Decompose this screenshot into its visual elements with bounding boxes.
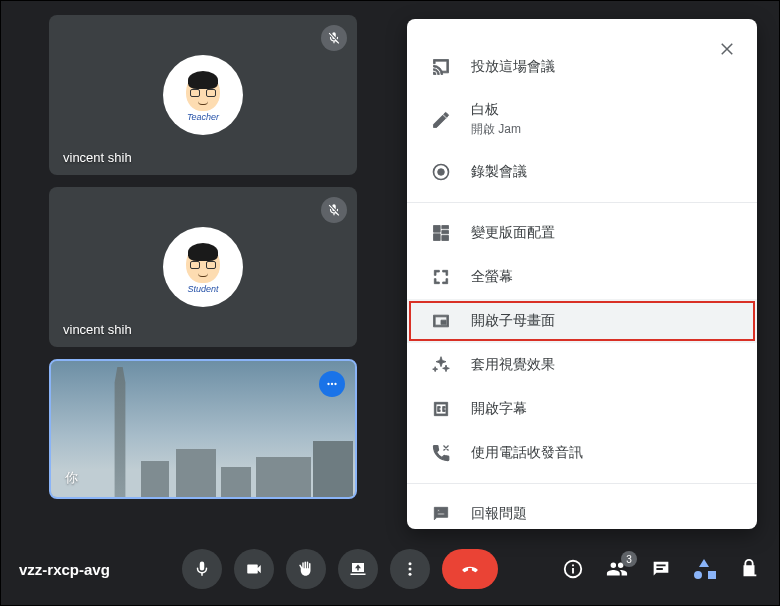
participant-tiles: Teacher vincent shih Student vincent shi… [49,15,357,499]
svg-point-5 [409,562,412,565]
menu-item[interactable]: 錄製會議 [407,150,757,194]
menu-item-sub: 開啟 Jam [471,121,733,138]
captions-icon [431,399,471,419]
info-icon[interactable] [561,557,585,581]
svg-point-2 [334,383,336,385]
menu-item[interactable]: 投放這場會議 [407,45,757,89]
svg-point-1 [331,383,333,385]
present-button[interactable] [338,549,378,589]
menu-item-label: 開啟子母畫面 [471,312,733,330]
menu-item-label: 白板開啟 Jam [471,101,733,138]
more-options-icon[interactable] [319,371,345,397]
menu-item[interactable]: 全螢幕 [407,255,757,299]
menu-item-label: 全螢幕 [471,268,733,286]
svg-point-4 [438,169,445,176]
pip-icon [431,311,471,331]
host-controls-icon[interactable] [737,557,761,581]
right-controls: 3 [561,557,761,581]
mic-muted-icon [321,25,347,51]
more-button[interactable] [390,549,430,589]
camera-button[interactable] [234,549,274,589]
avatar-label: Teacher [187,112,219,122]
layout-icon [431,223,471,243]
avatar-label: Student [187,284,218,294]
menu-item-label: 錄製會議 [471,163,733,181]
participant-name: vincent shih [63,150,132,165]
fullscreen-icon [431,267,471,287]
menu-item-label: 投放這場會議 [471,58,733,76]
self-tile[interactable]: 你 [49,359,357,499]
participant-name: vincent shih [63,322,132,337]
menu-item-label: 套用視覺效果 [471,356,733,374]
menu-divider [407,202,757,203]
menu-item[interactable]: 使用電話收發音訊 [407,431,757,475]
sparkle-icon [431,355,471,375]
menu-item[interactable]: 變更版面配置 [407,211,757,255]
self-name: 你 [65,469,78,487]
svg-point-0 [327,383,329,385]
bottom-bar: vzz-rxcp-avg 3 [1,533,779,605]
pencil-icon [431,110,471,130]
svg-point-7 [409,573,412,576]
menu-item[interactable]: 白板開啟 Jam [407,89,757,150]
people-count-badge: 3 [621,551,637,567]
menu-item[interactable]: 回報問題 [407,492,757,529]
participant-tile[interactable]: Student vincent shih [49,187,357,347]
avatar: Teacher [163,55,243,135]
menu-item[interactable]: 開啟子母畫面 [407,299,757,343]
cast-icon [431,57,471,77]
menu-item[interactable]: 套用視覺效果 [407,343,757,387]
menu-item-label: 變更版面配置 [471,224,733,242]
more-options-menu: 投放這場會議白板開啟 Jam錄製會議變更版面配置全螢幕開啟子母畫面套用視覺效果開… [407,19,757,529]
call-controls [120,549,561,589]
mic-muted-icon [321,197,347,223]
phone-icon [431,443,471,463]
mic-button[interactable] [182,549,222,589]
menu-item-label: 使用電話收發音訊 [471,444,733,462]
menu-item-label: 開啟字幕 [471,400,733,418]
feedback-icon [431,504,471,524]
participant-tile[interactable]: Teacher vincent shih [49,15,357,175]
self-video-thumbnail [51,361,355,497]
people-icon[interactable]: 3 [605,557,629,581]
menu-item-label: 回報問題 [471,505,733,523]
svg-point-6 [409,568,412,571]
meeting-code: vzz-rxcp-avg [19,561,110,578]
menu-item[interactable]: 開啟字幕 [407,387,757,431]
raise-hand-button[interactable] [286,549,326,589]
activities-icon[interactable] [693,557,717,581]
avatar: Student [163,227,243,307]
chat-icon[interactable] [649,557,673,581]
record-icon [431,162,471,182]
menu-divider [407,483,757,484]
end-call-button[interactable] [442,549,498,589]
